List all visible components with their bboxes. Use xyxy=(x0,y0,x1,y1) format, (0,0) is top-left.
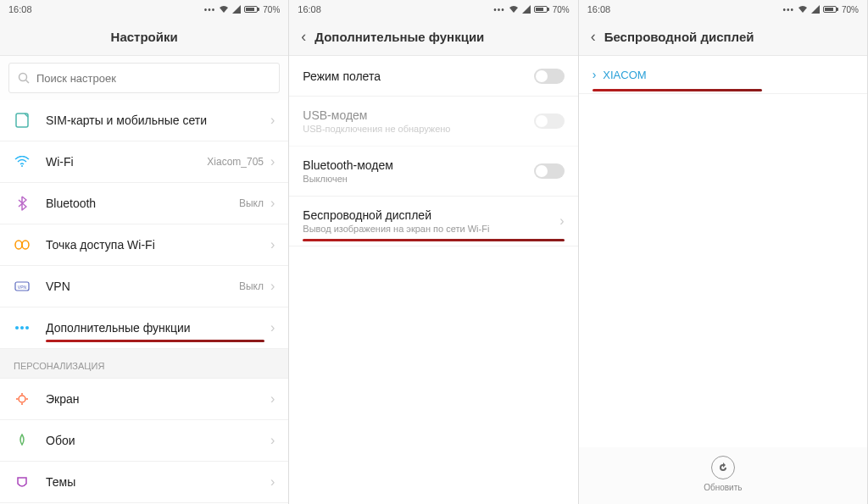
chevron-right-icon: › xyxy=(270,196,275,211)
item-wallpaper[interactable]: Обои › xyxy=(0,420,288,462)
back-button[interactable]: ‹ xyxy=(301,28,306,46)
more-icon xyxy=(14,319,31,336)
section-header: ПЕРСОНАЛИЗАЦИЯ xyxy=(0,349,288,379)
item-sublabel: Выключен xyxy=(303,174,533,184)
chevron-right-icon: › xyxy=(559,213,564,229)
item-label: Дополнительные функции xyxy=(46,321,270,335)
item-value: Выкл xyxy=(239,280,264,292)
toggle-airplane[interactable] xyxy=(534,69,565,84)
wallpaper-icon xyxy=(14,432,31,449)
status-bar: 16:08 ••• 70% xyxy=(579,0,867,19)
search-icon xyxy=(18,72,30,84)
item-label: Беспроводной дисплей xyxy=(303,208,559,222)
header: ‹ Дополнительные функции xyxy=(289,19,577,56)
back-button[interactable]: ‹ xyxy=(591,28,596,46)
item-label: Темы xyxy=(46,475,270,489)
item-bluetooth[interactable]: Bluetooth Выкл › xyxy=(0,183,288,224)
wifi-icon xyxy=(14,153,31,170)
chevron-right-icon: › xyxy=(270,113,275,128)
refresh-button[interactable] xyxy=(711,456,735,479)
device-label: XIACOM xyxy=(603,69,646,81)
page-title: Дополнительные функции xyxy=(314,30,484,44)
page-title: Беспроводной дисплей xyxy=(604,30,754,44)
item-airplane[interactable]: Режим полета xyxy=(289,56,577,97)
item-label: Точка доступа Wi-Fi xyxy=(46,238,270,252)
item-vpn[interactable]: VPN VPN Выкл › xyxy=(0,266,288,307)
refresh-label: Обновить xyxy=(704,483,742,492)
wireless-list: › XIACOM Обновить xyxy=(579,56,867,504)
toggle-usb xyxy=(534,114,565,129)
item-sim[interactable]: SIM-карты и мобильные сети › xyxy=(0,100,288,141)
svg-point-11 xyxy=(19,396,25,402)
chevron-right-icon: › xyxy=(593,68,597,81)
svg-line-1 xyxy=(26,80,30,84)
item-wifi[interactable]: Wi-Fi Xiacom_705 › xyxy=(0,141,288,183)
page-title: Настройки xyxy=(111,30,178,44)
highlight-underline xyxy=(46,340,264,342)
wireless-device[interactable]: › XIACOM xyxy=(579,56,867,94)
bluetooth-icon xyxy=(14,195,31,212)
item-label: Экран xyxy=(46,392,270,406)
status-icons: ••• 70% xyxy=(204,5,281,14)
theme-icon xyxy=(14,474,31,490)
item-wireless-display[interactable]: Беспроводной дисплей Вывод изображения н… xyxy=(289,197,577,246)
status-time: 16:08 xyxy=(8,4,32,14)
additional-list: Режим полета USB-модем USB-подключения н… xyxy=(289,56,577,504)
wireless-display-panel: 16:08 ••• 70% ‹ Беспроводной дисплей › X… xyxy=(579,0,868,504)
highlight-underline xyxy=(593,89,762,91)
chevron-right-icon: › xyxy=(270,154,275,169)
chevron-right-icon: › xyxy=(270,433,275,448)
item-hotspot[interactable]: Точка доступа Wi-Fi › xyxy=(0,224,288,266)
item-value: Xiacom_705 xyxy=(207,156,264,168)
status-bar: 16:08 ••• 70% xyxy=(289,0,577,19)
item-usb-tether: USB-модем USB-подключения не обнаружено xyxy=(289,97,577,147)
header: Настройки xyxy=(0,19,288,56)
svg-point-3 xyxy=(21,165,23,167)
chevron-right-icon: › xyxy=(270,279,275,294)
item-label: VPN xyxy=(46,280,239,293)
item-label: SIM-карты и мобильные сети xyxy=(46,114,270,127)
header: ‹ Беспроводной дисплей xyxy=(579,19,867,56)
status-icons: ••• 70% xyxy=(493,5,570,14)
item-sublabel: USB-подключения не обнаружено xyxy=(303,124,533,134)
svg-point-9 xyxy=(20,326,24,330)
item-label: Bluetooth xyxy=(46,197,239,210)
svg-point-0 xyxy=(19,74,27,81)
item-label: Режим полета xyxy=(303,69,533,83)
item-label: Обои xyxy=(46,434,270,447)
svg-point-10 xyxy=(25,326,29,330)
additional-panel: 16:08 ••• 70% ‹ Дополнительные функции Р… xyxy=(289,0,578,504)
status-time: 16:08 xyxy=(298,4,321,14)
highlight-underline xyxy=(303,239,564,241)
item-label: USB-модем xyxy=(303,108,533,122)
chevron-right-icon: › xyxy=(270,391,275,407)
settings-list: SIM-карты и мобильные сети › Wi-Fi Xiaco… xyxy=(0,100,288,504)
toggle-bt[interactable] xyxy=(534,163,565,179)
svg-point-4 xyxy=(15,241,22,249)
chevron-right-icon: › xyxy=(270,474,275,490)
search-input[interactable] xyxy=(36,72,270,85)
status-time: 16:08 xyxy=(587,4,611,14)
item-display[interactable]: Экран › xyxy=(0,379,288,420)
vpn-icon: VPN xyxy=(14,278,31,295)
display-icon xyxy=(14,390,31,407)
hotspot-icon xyxy=(14,236,31,253)
svg-point-5 xyxy=(22,241,29,249)
refresh-area: Обновить xyxy=(579,447,867,504)
settings-panel: 16:08 ••• 70% Настройки SIM-карты и моби… xyxy=(0,0,289,504)
chevron-right-icon: › xyxy=(270,320,275,335)
search-box[interactable] xyxy=(8,63,280,93)
item-value: Выкл xyxy=(239,197,264,209)
item-label: Bluetooth-модем xyxy=(303,158,533,172)
item-label: Wi-Fi xyxy=(46,155,207,169)
item-more[interactable]: Дополнительные функции › xyxy=(0,307,288,349)
svg-point-8 xyxy=(15,326,19,330)
sim-icon xyxy=(14,112,31,129)
status-bar: 16:08 ••• 70% xyxy=(0,0,288,19)
item-theme[interactable]: Темы › xyxy=(0,462,288,503)
status-icons: ••• 70% xyxy=(782,5,859,14)
item-bt-tether[interactable]: Bluetooth-модем Выключен xyxy=(289,147,577,197)
item-sublabel: Вывод изображения на экран по сети Wi-Fi xyxy=(303,224,559,234)
chevron-right-icon: › xyxy=(270,237,275,252)
svg-text:VPN: VPN xyxy=(18,285,27,290)
